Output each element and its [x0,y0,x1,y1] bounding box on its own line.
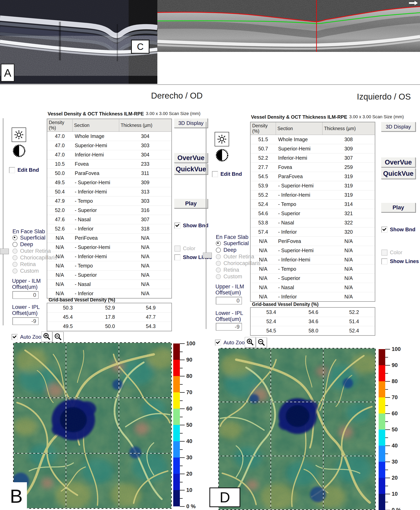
contrast-icon[interactable] [12,144,26,158]
os-3d-display-button[interactable]: 3D Display [381,122,416,131]
checkbox-icon[interactable] [382,259,387,265]
table-cell: 319 [322,181,375,190]
od-show-bnd-checkbox[interactable]: Show Bnd [174,222,208,229]
os-vertical-slider[interactable] [206,122,206,329]
od-vessel-density-table: Density (%) Section Thickness (µm) 47.0W… [47,119,172,298]
od-overvue-button[interactable]: OverVue [174,153,208,163]
od-edit-bnd-checkbox[interactable]: Edit Bnd [9,167,39,173]
edit-bnd-label: Edit Bnd [220,171,242,177]
table-row: 47.0Inferior-Hemi304 [47,150,172,160]
table-cell: 303 [119,197,172,206]
table-cell: 52.9 [88,303,130,312]
radio-icon[interactable] [12,235,17,240]
os-quickvue-button[interactable]: QuickVue [381,168,416,179]
colorbar-segment [173,441,180,457]
os-zoom-in-button[interactable] [245,337,256,348]
colorbar-segment [379,349,385,365]
table-cell: 50.4 [47,187,72,197]
checkbox-icon[interactable] [174,223,180,229]
table-row: 52.2Inferior-Hemi307 [250,153,375,163]
checkbox-icon[interactable] [212,171,218,177]
od-enface-angio-image[interactable] [13,342,172,509]
colorbar-label: 60 [392,411,398,417]
table-cell: 52.4 [333,326,375,336]
od-vertical-slider[interactable] [3,118,3,325]
brightness-icon[interactable] [12,128,26,142]
col-section: Section [72,119,119,132]
od-auto-zoom-checkbox[interactable]: Auto Zoom [12,334,46,340]
table-cell: N/A [119,289,172,298]
table-cell: - Inferior-Hemi [276,255,322,265]
table-row: 54.5ParaFovea319 [250,172,375,181]
radio-icon[interactable] [216,248,221,253]
table-cell: 50.0 [88,322,130,331]
table-cell: N/A [119,243,172,252]
brightness-icon[interactable] [215,132,229,146]
col-thickness: Thickness (µm) [322,122,375,135]
slab-option-custom: Custom [12,268,57,274]
table-cell: 308 [322,135,375,144]
od-table-title: Vessel Density & OCT Thickness ILM-RPE [48,111,144,117]
os-overvue-button[interactable]: OverVue [381,157,416,167]
checkbox-icon[interactable] [215,340,221,346]
table-cell: 52.6 [47,224,72,234]
table-cell: - Nasal [72,280,119,289]
od-zoom-out-button[interactable] [53,332,63,342]
os-show-bnd-checkbox[interactable]: Show Bnd [382,227,415,233]
table-cell: Inferior-Hemi [72,150,119,160]
table-cell: N/A [47,289,72,298]
table-cell: 54.5 [250,172,276,181]
os-play-button[interactable]: Play [381,203,416,212]
od-lower-offset-input[interactable] [12,317,38,325]
oct-bscan-os-image[interactable] [157,0,420,52]
show-bnd-label: Show Bnd [183,222,208,229]
os-edit-bnd-checkbox[interactable]: Edit Bnd [212,171,242,177]
table-row: 47.9- Tempo303 [47,197,172,206]
slab-option-deep[interactable]: Deep [216,247,261,253]
colorbar-label: 0 % [392,507,401,510]
checkbox-icon[interactable] [174,254,180,260]
od-grid-title: Grid-based Vessel Density (%) [49,297,115,303]
table-cell: Superior-Hemi [276,144,322,153]
contrast-icon[interactable] [215,148,229,162]
table-row: 54.6- Superior321 [250,209,375,218]
slab-option-label: Deep [20,241,33,248]
os-zoom-out-button[interactable] [256,337,267,348]
checkbox-icon[interactable] [382,227,387,233]
table-row: 52.6- Inferior318 [47,224,172,234]
checkbox-icon[interactable] [12,334,18,340]
table-cell: 57.4 [250,228,276,237]
table-row: 49.5- Superior-Hemi309 [47,178,172,187]
slab-option-deep[interactable]: Deep [12,241,57,248]
table-row: N/A- InferiorN/A [250,292,375,302]
slab-option-superficial[interactable]: Superficial [216,240,261,247]
os-auto-zoom-checkbox[interactable]: Auto Zoom [215,339,249,346]
od-slider-handle[interactable] [0,249,9,254]
os-scan-size: 3.00 x 3.00 Scan Size (mm) [349,114,404,120]
od-zoom-in-button[interactable] [41,331,52,342]
table-row: N/APeriFoveaN/A [250,237,375,246]
radio-icon[interactable] [216,241,221,246]
od-3d-display-button[interactable]: 3D Display [174,118,208,128]
table-cell: 304 [119,132,172,141]
od-play-button[interactable]: Play [174,199,208,208]
slab-option-retina: Retina [12,261,57,268]
od-upper-offset-input[interactable] [12,291,38,299]
slab-option-superficial[interactable]: Superficial [12,235,57,241]
os-lower-offset-input[interactable] [216,323,242,331]
od-quickvue-button[interactable]: QuickVue [174,164,208,175]
table-row: N/APeriFoveaN/A [47,234,172,243]
os-enface-angio-image[interactable] [218,348,376,510]
checkbox-icon[interactable] [9,167,15,173]
table-row: N/A- SuperiorN/A [250,274,375,283]
os-colorbar: 1009080706050403020100 % [379,349,385,510]
eye-label-od: Derecho / OD [125,91,229,100]
slab-option-label: Outer Retina [20,248,51,254]
table-cell: PeriFovea [276,237,322,246]
os-slider-handle[interactable] [203,253,212,258]
os-show-lines-checkbox[interactable]: Show Lines [382,258,419,265]
slab-option-label: Outer Retina [224,254,254,260]
radio-icon[interactable] [12,242,17,247]
slab-option-label: Retina [20,261,36,267]
os-upper-offset-input[interactable] [216,297,242,304]
